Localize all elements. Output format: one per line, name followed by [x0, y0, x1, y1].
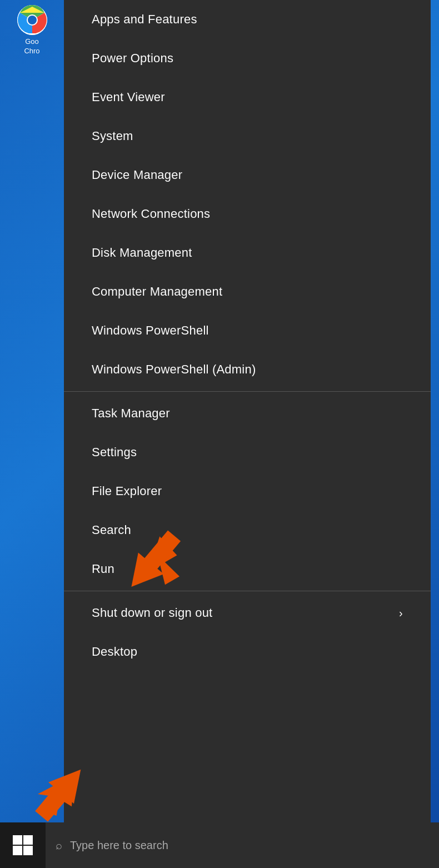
windows-logo-icon — [12, 835, 33, 856]
menu-item-search[interactable]: Search — [64, 511, 431, 550]
menu-item-apps-features[interactable]: Apps and Features — [64, 0, 431, 39]
menu-item-run[interactable]: Run — [64, 550, 431, 588]
svg-rect-7 — [13, 846, 22, 855]
menu-item-shut-down[interactable]: Shut down or sign out› — [64, 593, 431, 632]
menu-item-file-explorer[interactable]: File Explorer — [64, 472, 431, 511]
svg-rect-6 — [23, 835, 33, 845]
menu-item-computer-management[interactable]: Computer Management — [64, 272, 431, 311]
menu-item-power-options[interactable]: Power Options — [64, 39, 431, 78]
menu-item-windows-powershell-admin[interactable]: Windows PowerShell (Admin) — [64, 350, 431, 389]
menu-item-disk-management[interactable]: Disk Management — [64, 233, 431, 272]
svg-point-2 — [28, 16, 37, 24]
svg-rect-8 — [23, 846, 33, 855]
chrome-icon-area: Goo Chro — [0, 0, 64, 61]
menu-item-system[interactable]: System — [64, 117, 431, 156]
search-icon: ⌕ — [56, 839, 62, 852]
menu-item-label-shut-down: Shut down or sign out — [92, 606, 212, 620]
taskbar: ⌕ Type here to search — [0, 822, 439, 868]
menu-item-desktop[interactable]: Desktop — [64, 632, 431, 671]
menu-item-event-viewer[interactable]: Event Viewer — [64, 78, 431, 117]
menu-divider-shut-down — [64, 591, 431, 591]
context-menu: Apps and FeaturesPower OptionsEvent View… — [64, 0, 431, 822]
menu-item-settings[interactable]: Settings — [64, 433, 431, 472]
menu-item-network-connections[interactable]: Network Connections — [64, 194, 431, 233]
svg-rect-5 — [13, 835, 22, 845]
chrome-icon — [17, 5, 47, 35]
menu-item-device-manager[interactable]: Device Manager — [64, 156, 431, 194]
chrome-label: Goo Chro — [24, 37, 39, 56]
taskbar-search[interactable]: ⌕ Type here to search — [46, 822, 439, 868]
start-button[interactable] — [0, 822, 46, 868]
menu-item-windows-powershell[interactable]: Windows PowerShell — [64, 311, 431, 350]
menu-item-arrow-shut-down: › — [399, 607, 403, 620]
menu-divider-task-manager — [64, 391, 431, 392]
search-placeholder-text: Type here to search — [70, 839, 168, 852]
menu-item-task-manager[interactable]: Task Manager — [64, 394, 431, 433]
